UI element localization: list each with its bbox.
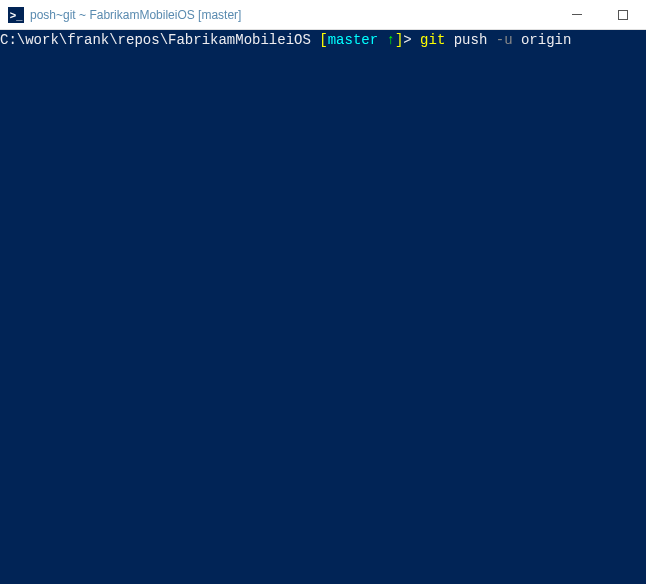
command-flag: -u <box>496 32 521 48</box>
title-bar: >_ posh~git ~ FabrikamMobileiOS [master] <box>0 0 646 30</box>
prompt-angle: > <box>403 32 420 48</box>
minimize-icon <box>572 14 582 15</box>
command-origin: origin <box>521 32 571 48</box>
window-controls <box>554 0 646 29</box>
window-title: posh~git ~ FabrikamMobileiOS [master] <box>30 8 554 22</box>
maximize-icon <box>618 10 628 20</box>
powershell-icon-glyph: >_ <box>10 9 23 21</box>
minimize-button[interactable] <box>554 0 600 29</box>
prompt-path: C:\work\frank\repos\FabrikamMobileiOS <box>0 32 311 48</box>
command-push: push <box>454 32 496 48</box>
branch-name: master <box>328 32 387 48</box>
terminal-area[interactable]: C:\work\frank\repos\FabrikamMobileiOS [m… <box>0 30 646 584</box>
prompt-line: C:\work\frank\repos\FabrikamMobileiOS [m… <box>0 32 646 48</box>
branch-arrow-icon: ↑ <box>386 32 394 48</box>
branch-bracket-open: [ <box>311 32 328 48</box>
maximize-button[interactable] <box>600 0 646 29</box>
command-git: git <box>420 32 454 48</box>
powershell-icon: >_ <box>8 7 24 23</box>
